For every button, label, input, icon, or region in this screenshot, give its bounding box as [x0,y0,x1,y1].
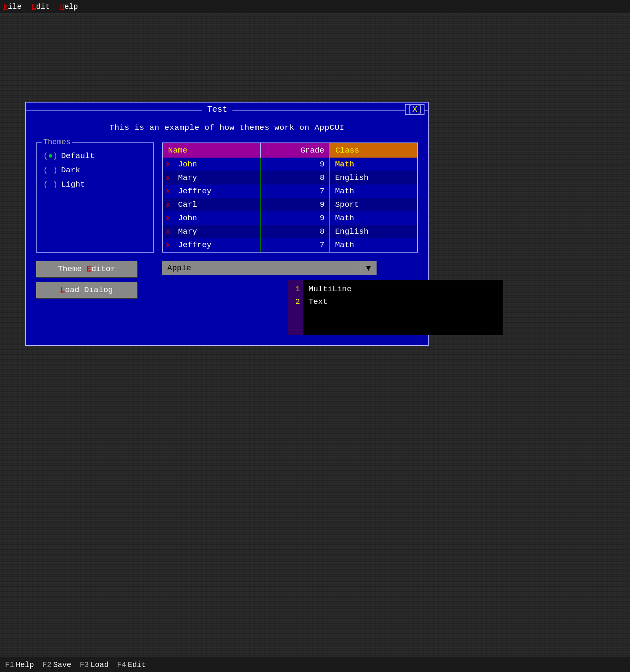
themes-panel-title: Themes [42,138,72,146]
radio-light: ( ) [43,180,58,189]
name-cell: Jeffrey [173,238,260,252]
data-table-container: Name Grade Class x John 9 Math [162,142,418,253]
table-row: x Mary 8 English [163,171,417,184]
radio-default: (●) [43,151,58,161]
dropdown-input[interactable] [162,261,360,275]
line-number-1: 1 [292,283,300,295]
grade-cell: 8 [261,171,330,184]
dialog-body: This is an example of how themes work on… [26,116,428,345]
class-cell: Sport [330,198,417,211]
bottom-section: Theme Editor Load Dialog ▼ [36,261,418,335]
statusbar-f1: F1 Help [5,661,34,669]
delete-icon[interactable]: x [163,158,173,171]
delete-icon[interactable]: x [163,198,173,211]
grade-cell: 7 [261,238,330,252]
statusbar-f2: F2 Save [42,661,71,669]
name-cell: Jeffrey [173,184,260,198]
f1-label: Help [16,661,34,669]
menu-file[interactable]: File [3,3,21,11]
f3-key: F3 [80,661,89,669]
name-cell: Mary [173,225,260,238]
grade-cell: 7 [261,184,330,198]
editor-content[interactable]: MultiLine Text [303,280,503,335]
table-row: x Mary 8 English [163,225,417,238]
f2-key: F2 [42,661,52,669]
table-row: x Carl 9 Sport [163,198,417,211]
grade-cell: 9 [261,198,330,211]
line-number-2: 2 [292,295,300,308]
col-grade-header: Grade [261,143,330,158]
name-cell: Carl [173,198,260,211]
f4-label: Edit [128,661,146,669]
f4-key: F4 [117,661,126,669]
delete-icon[interactable]: x [163,211,173,225]
themes-panel: Themes (●) Default ( ) Dark ( ) Light [36,142,154,253]
name-cell: John [173,211,260,225]
table-row: x John 9 Math [163,211,417,225]
class-cell: Math [330,211,417,225]
theme-light-label: Light [61,180,85,189]
dialog-title: Test [202,105,232,114]
dialog-close-button[interactable]: [X] [405,104,424,115]
table-row: x John 9 Math [163,158,417,171]
name-cell: Mary [173,171,260,184]
main-area: Test [X] This is an example of how theme… [0,13,630,657]
load-dialog-button[interactable]: Load Dialog [36,282,137,298]
dialog-titlebar: Test [X] [26,103,428,116]
editor-line-2: Text [308,295,498,308]
col-class-header: Class [330,143,417,158]
statusbar-f4: F4 Edit [117,661,146,669]
dialog-columns: Themes (●) Default ( ) Dark ( ) Light [36,142,418,253]
f1-key: F1 [5,661,14,669]
grade-cell: 8 [261,225,330,238]
delete-icon[interactable]: x [163,171,173,184]
class-cell: Math [330,184,417,198]
col-name-header: Name [163,143,261,158]
grade-cell: 9 [261,211,330,225]
theme-light[interactable]: ( ) Light [43,180,147,189]
grade-cell: 9 [261,158,330,171]
delete-icon[interactable]: x [163,238,173,252]
theme-dark[interactable]: ( ) Dark [43,166,147,175]
statusbar-f3: F3 Load [80,661,109,669]
theme-default[interactable]: (●) Default [43,151,147,161]
dropdown-arrow-button[interactable]: ▼ [360,261,377,275]
data-table: Name Grade Class x John 9 Math [163,143,417,252]
statusbar: F1 Help F2 Save F3 Load F4 Edit [0,657,630,672]
radio-dark: ( ) [43,166,58,175]
text-editor: 1 2 MultiLine Text [288,280,503,335]
menu-help[interactable]: Help [60,3,78,11]
class-cell: English [330,225,417,238]
name-cell: John [173,158,260,171]
delete-icon[interactable]: x [163,225,173,238]
dialog-subtitle: This is an example of how themes work on… [36,123,418,132]
theme-default-label: Default [61,151,95,161]
menu-edit[interactable]: Edit [32,3,50,11]
left-buttons: Theme Editor Load Dialog [36,261,154,298]
dialog-window: Test [X] This is an example of how theme… [25,102,429,346]
dropdown-wrapper: ▼ [162,261,377,275]
editor-line-1: MultiLine [308,283,498,295]
theme-dark-label: Dark [61,166,80,175]
f3-label: Load [90,661,108,669]
line-numbers: 1 2 [288,280,303,335]
delete-icon[interactable]: x [163,184,173,198]
class-cell: Math [330,158,417,171]
right-side: ▼ 1 2 MultiLine Text [162,261,503,335]
class-cell: Math [330,238,417,252]
table-row: x Jeffrey 7 Math [163,184,417,198]
f2-label: Save [53,661,71,669]
theme-editor-button[interactable]: Theme Editor [36,261,137,277]
table-row: x Jeffrey 7 Math [163,238,417,252]
menubar: File Edit Help [0,0,630,13]
class-cell: English [330,171,417,184]
dropdown-container: ▼ [162,261,503,275]
